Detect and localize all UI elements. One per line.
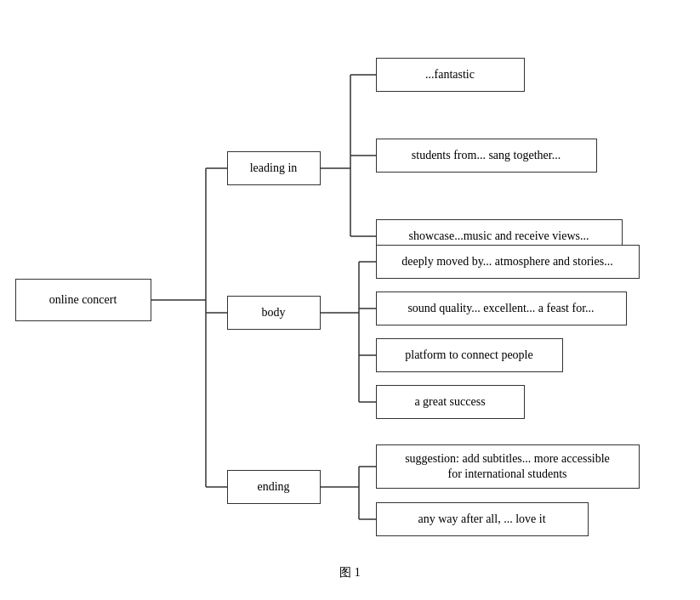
li-2-node: students from... sang together... [376,139,597,173]
b-2-node: sound quality... excellent... a feast fo… [376,292,627,325]
body-node: body [227,296,321,330]
b-3-node: platform to connect people [376,338,563,372]
b-4-node: a great success [376,385,525,419]
e-2-node: any way after all, ... love it [376,502,589,536]
e-1-node: suggestion: add subtitles... more access… [376,444,640,489]
li-1-node: ...fantastic [376,58,525,92]
b-1-node: deeply moved by... atmosphere and storie… [376,245,640,279]
diagram-container: online concert leading in body ending ..… [10,20,691,580]
leading-in-node: leading in [227,151,321,185]
root-node: online concert [15,279,151,321]
ending-node: ending [227,470,321,504]
figure-caption: 图 1 [10,565,691,580]
